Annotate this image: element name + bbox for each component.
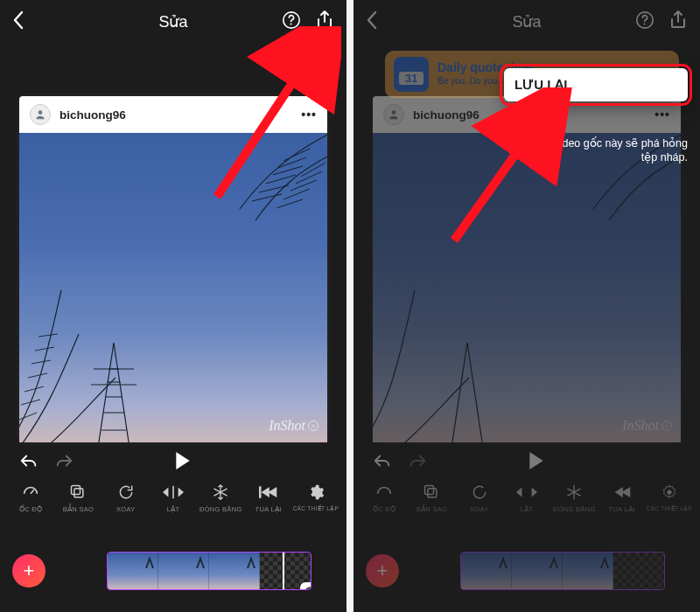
tool-flip[interactable]: LẬT (150, 483, 197, 513)
post-card: bichuong96 ••• (19, 96, 327, 442)
tool-rotate[interactable]: XOAY (102, 483, 150, 513)
inshot-watermark: InShot× (269, 418, 318, 434)
page-title: Sửa (158, 12, 187, 31)
tool-settings[interactable]: CÁC THIẾT LẬP (646, 483, 693, 512)
tool-speed[interactable]: ỐC ĐỘ (360, 483, 408, 513)
add-clip-button[interactable]: + (366, 554, 399, 588)
tool-rewind[interactable]: TUA LẠI (598, 483, 645, 513)
timeline-clips[interactable]: ◄ (107, 552, 312, 590)
play-icon[interactable] (174, 451, 192, 474)
tool-flip[interactable]: LẬT (503, 483, 550, 513)
svg-point-1 (290, 24, 292, 25)
timeline-clip[interactable] (158, 553, 209, 589)
tool-copy[interactable]: BẢN SAO (54, 483, 102, 513)
svg-rect-3 (74, 489, 83, 497)
svg-point-9 (392, 110, 396, 115)
help-icon[interactable] (282, 10, 301, 33)
trim-handle-icon[interactable]: ◄ (300, 582, 312, 590)
svg-point-2 (38, 110, 43, 115)
share-icon[interactable] (315, 10, 334, 34)
timeline-clip[interactable] (209, 553, 260, 589)
back-icon[interactable] (12, 10, 24, 33)
avatar (30, 104, 51, 125)
delete-warning-text: Việc xóa video gốc này sẽ phá hỏng tệp n… (504, 136, 688, 164)
add-clip-button[interactable]: + (12, 554, 46, 588)
tool-copy[interactable]: BẢN SAO (408, 483, 455, 513)
save-menu-item[interactable]: LƯU LẠI (504, 68, 688, 101)
post-username: bichuong96 (60, 108, 126, 122)
post-username: bichuong96 (413, 108, 480, 122)
edit-toolbar: ỐC ĐỘ BẢN SAO XOAY LẬT ĐÓNG BĂNG TUA LẠI… (0, 483, 346, 530)
svg-point-8 (644, 24, 646, 25)
play-icon[interactable] (528, 451, 545, 474)
page-title: Sửa (512, 12, 541, 31)
timeline-clips[interactable] (460, 552, 665, 590)
tool-freeze[interactable]: ĐÓNG BĂNG (197, 483, 244, 513)
post-more-icon[interactable]: ••• (301, 108, 317, 122)
undo-icon[interactable] (19, 454, 38, 471)
svg-rect-10 (428, 489, 437, 497)
redo-icon[interactable] (54, 454, 74, 471)
tool-rotate[interactable]: XOAY (456, 483, 503, 513)
playhead[interactable] (283, 552, 284, 590)
tool-freeze[interactable]: ĐÓNG BĂNG (550, 483, 598, 513)
post-photo: InShot× (373, 133, 681, 442)
inshot-watermark: InShot× (622, 418, 672, 434)
post-more-icon[interactable]: ••• (654, 108, 670, 122)
svg-rect-11 (425, 486, 434, 495)
help-icon[interactable] (635, 10, 654, 33)
post-photo: InShot× (19, 133, 327, 442)
svg-rect-5 (172, 486, 174, 498)
tool-speed[interactable]: ỐC ĐỘ (7, 483, 54, 513)
back-icon[interactable] (366, 10, 378, 33)
timeline-clip[interactable] (108, 553, 158, 589)
svg-rect-4 (72, 486, 80, 495)
avatar (383, 104, 404, 125)
tool-rewind[interactable]: TUA LẠI (244, 483, 291, 513)
svg-point-12 (667, 490, 671, 495)
redo-icon[interactable] (408, 454, 427, 471)
calendar-icon: 31 (394, 57, 429, 92)
share-icon[interactable] (668, 10, 688, 34)
tool-settings[interactable]: CÁC THIẾT LẬP (292, 483, 340, 512)
undo-icon[interactable] (373, 454, 392, 471)
